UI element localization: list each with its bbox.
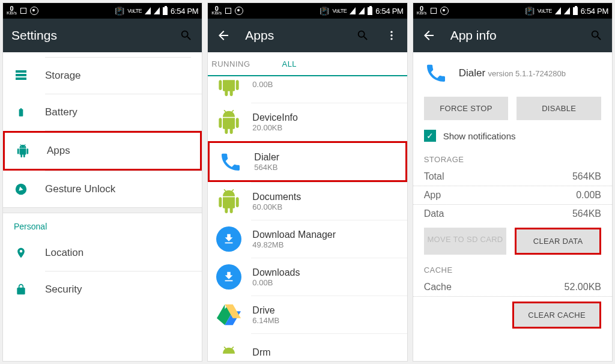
- tab-all[interactable]: ALL: [250, 52, 329, 75]
- storage-total-row: Total564KB: [413, 168, 612, 186]
- signal-icon-2: [564, 7, 570, 14]
- search-icon[interactable]: [179, 28, 193, 43]
- signal-icon-1: [555, 7, 561, 14]
- gesture-icon: [14, 182, 28, 196]
- app-name: Dialer: [254, 152, 279, 163]
- status-clock: 6:54 PM: [375, 7, 403, 16]
- move-to-sd-button: MOVE TO SD CARD: [424, 228, 507, 255]
- app-name: Drive: [252, 305, 279, 316]
- page-title: Settings: [11, 28, 57, 43]
- overflow-menu-icon[interactable]: [384, 28, 399, 43]
- app-row-drm[interactable]: Drm: [208, 334, 407, 361]
- section-header-personal: Personal: [3, 213, 202, 235]
- svg-point-3: [390, 38, 392, 40]
- app-size: 0.00B: [252, 80, 273, 89]
- app-row-download-manager[interactable]: Download Manager49.82MB: [208, 220, 407, 258]
- settings-item-storage[interactable]: Storage: [3, 58, 202, 94]
- checkbox-label: Show notifications: [443, 131, 516, 141]
- settings-item-label: Security: [45, 284, 82, 296]
- settings-list: Storage Battery Apps Gesture Unlock Pers…: [3, 52, 202, 361]
- storage-header: STORAGE: [413, 149, 612, 168]
- vibrate-icon: 📳: [320, 7, 329, 16]
- app-row-documents[interactable]: Documents60.00KB: [208, 183, 407, 220]
- apps-icon: [16, 144, 30, 158]
- app-name: DeviceInfo: [252, 112, 298, 123]
- app-version: version 5.1.1-724280b: [488, 69, 566, 78]
- settings-item-label: Storage: [45, 70, 81, 82]
- battery-settings-icon: [14, 105, 28, 120]
- vibrate-icon: 📳: [525, 7, 535, 16]
- signal-icon-2: [154, 7, 160, 14]
- screen-app-info: 0KB/s 📳 VoLTE 6:54 PM App info Di: [413, 2, 613, 362]
- show-notifications-row[interactable]: ✓ Show notifications: [413, 126, 612, 149]
- android-icon: [216, 76, 241, 97]
- checkbox-checked-icon[interactable]: ✓: [424, 130, 436, 142]
- hotspot-icon: [235, 7, 243, 15]
- screen-apps-list: 0KB/s 📳 VoLTE 6:54 PM Apps RUNNING ALL: [207, 2, 407, 362]
- app-row[interactable]: 0.00B: [208, 76, 407, 103]
- settings-item-battery[interactable]: Battery: [3, 94, 202, 130]
- app-row-downloads[interactable]: Downloads0.00B: [208, 258, 407, 296]
- back-icon[interactable]: [216, 28, 231, 43]
- storage-icon: [14, 68, 28, 83]
- screenshot-icon: [431, 8, 437, 14]
- back-icon[interactable]: [422, 28, 436, 43]
- battery-icon: [573, 7, 578, 15]
- app-name: Download Manager: [252, 229, 336, 240]
- volte-label: VoLTE: [127, 8, 142, 14]
- app-name: Drm: [252, 347, 270, 358]
- svg-marker-6: [217, 305, 225, 318]
- screenshot-icon: [20, 8, 26, 14]
- settings-item-label: Gesture Unlock: [45, 183, 115, 195]
- svg-point-1: [390, 31, 392, 33]
- network-speed: 0KB/s: [211, 6, 222, 16]
- cache-row: Cache52.00KB: [413, 278, 612, 297]
- battery-icon: [368, 7, 372, 15]
- hotspot-icon: [30, 7, 38, 15]
- screen-settings: 0 KB/s 📳 VoLTE 6:54 PM Settings Stor: [2, 2, 202, 362]
- download-icon: [216, 226, 241, 252]
- network-speed: 0 KB/s: [7, 6, 17, 16]
- storage-data-row: Data564KB: [413, 205, 612, 223]
- signal-icon-1: [350, 7, 356, 14]
- app-bar: Settings: [3, 19, 202, 52]
- status-clock: 6:54 PM: [581, 7, 608, 16]
- app-name: Downloads: [252, 267, 300, 278]
- hotspot-icon: [440, 7, 449, 15]
- android-icon: [216, 109, 241, 135]
- android-icon: [216, 340, 241, 361]
- tab-running[interactable]: RUNNING: [208, 52, 250, 75]
- settings-item-label: Battery: [45, 106, 77, 118]
- storage-app-row: App0.00B: [413, 186, 612, 205]
- disable-button[interactable]: DISABLE: [517, 97, 601, 120]
- clear-cache-button[interactable]: CLEAR CACHE: [512, 302, 601, 329]
- app-size: 60.00KB: [252, 202, 301, 211]
- drive-icon: [216, 302, 241, 327]
- settings-item-apps[interactable]: Apps: [3, 131, 202, 171]
- settings-item-location[interactable]: Location: [3, 235, 202, 271]
- app-size: 6.14MB: [252, 316, 279, 325]
- search-icon[interactable]: [589, 28, 604, 43]
- apps-list[interactable]: 0.00B DeviceInfo20.00KB Dialer564KB Docu…: [208, 76, 407, 361]
- status-bar: 0 KB/s 📳 VoLTE 6:54 PM: [3, 3, 202, 19]
- cache-header: CACHE: [413, 259, 612, 278]
- vibrate-icon: 📳: [115, 7, 124, 16]
- app-row-dialer[interactable]: Dialer564KB: [208, 141, 407, 182]
- app-size: 20.00KB: [252, 123, 298, 132]
- settings-item-gesture-unlock[interactable]: Gesture Unlock: [3, 171, 202, 207]
- clear-data-button[interactable]: CLEAR DATA: [515, 228, 601, 255]
- network-speed: 0KB/s: [417, 6, 427, 16]
- volte-label: VoLTE: [538, 8, 552, 14]
- tabs: RUNNING ALL: [208, 52, 407, 76]
- app-info-content[interactable]: Dialer version 5.1.1-724280b FORCE STOP …: [413, 52, 612, 361]
- app-row-drive[interactable]: Drive6.14MB: [208, 296, 407, 333]
- force-stop-button[interactable]: FORCE STOP: [424, 97, 509, 120]
- settings-item-security[interactable]: Security: [3, 271, 202, 308]
- tab-next[interactable]: [329, 52, 407, 75]
- location-icon: [14, 246, 28, 260]
- app-row-deviceinfo[interactable]: DeviceInfo20.00KB: [208, 103, 407, 141]
- app-header: Dialer version 5.1.1-724280b: [413, 52, 612, 94]
- search-icon[interactable]: [356, 28, 370, 43]
- signal-icon-2: [359, 7, 365, 14]
- battery-icon: [163, 7, 168, 15]
